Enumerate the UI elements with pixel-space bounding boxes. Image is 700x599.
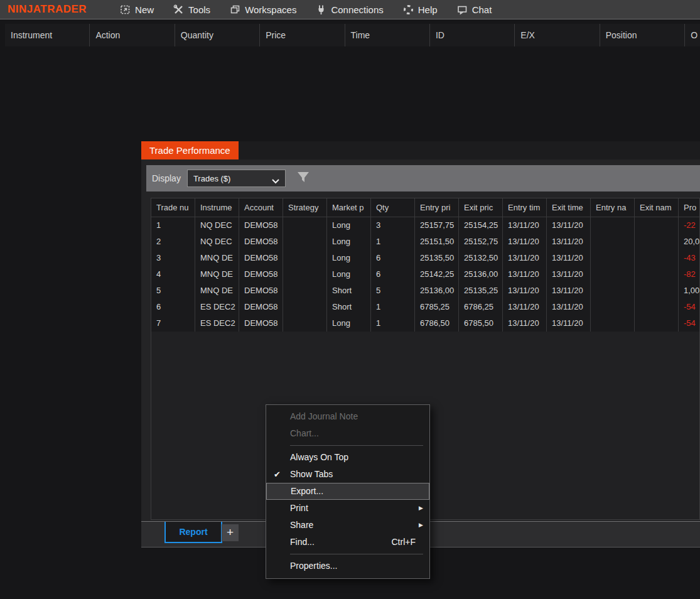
table-cell: 25154,25 <box>459 217 503 234</box>
menu-item-label: Tools <box>188 4 210 15</box>
table-cell <box>635 315 679 332</box>
display-select[interactable]: Trades ($) <box>187 170 286 187</box>
column-header[interactable]: Strategy <box>283 198 327 217</box>
menu-item-print[interactable]: Print ▶ <box>266 500 429 517</box>
table-cell: 13/11/20 <box>547 217 591 234</box>
trade-performance-toolbar: Display Trades ($) <box>146 165 700 192</box>
column-header[interactable]: Instrument <box>5 24 90 46</box>
table-cell <box>635 283 679 299</box>
table-cell <box>591 250 635 266</box>
table-cell: -82 <box>679 266 700 283</box>
menu-item-label: Print <box>290 503 308 513</box>
menu-item-show-tabs[interactable]: ✔ Show Tabs <box>266 466 429 483</box>
table-cell: -54 <box>679 315 700 332</box>
window-title-bar[interactable]: Trade Performance <box>141 141 700 159</box>
table-cell: ES DEC2 <box>195 315 239 332</box>
table-cell: 25136,00 <box>459 266 503 283</box>
table-cell: -22 <box>679 217 700 234</box>
shortcut-label: Ctrl+F <box>392 534 416 551</box>
context-menu: Add Journal Note Chart... Always On Top … <box>266 404 430 579</box>
column-header[interactable]: Exit time <box>547 198 591 217</box>
column-header[interactable]: Qty <box>371 198 415 217</box>
funnel-icon[interactable] <box>297 172 310 185</box>
menu-item-properties[interactable]: Properties... <box>266 558 429 575</box>
column-header[interactable]: Account <box>239 198 283 217</box>
menu-item-chat[interactable]: Chat <box>457 4 492 15</box>
table-cell: 6 <box>371 266 415 283</box>
table-cell <box>591 299 635 315</box>
table-cell: DEMO58 <box>239 315 283 332</box>
table-cell: -54 <box>679 299 700 315</box>
table-cell: 6 <box>371 250 415 266</box>
table-cell: 1 <box>371 315 415 332</box>
column-header[interactable]: Trade nu <box>151 198 195 217</box>
grid-header-row: Trade nuInstrumeAccountStrategyMarket pQ… <box>151 198 699 217</box>
menu-item-always-on-top[interactable]: Always On Top <box>266 449 429 466</box>
column-header[interactable]: Pro <box>679 198 700 217</box>
table-cell: Long <box>327 217 371 234</box>
table-cell: NQ DEC <box>195 234 239 250</box>
tab-report[interactable]: Report <box>164 522 222 543</box>
table-row[interactable]: 7ES DEC2DEMO58Long16786,506785,5013/11/2… <box>151 315 699 332</box>
table-row[interactable]: 1NQ DECDEMO58Long325157,7525154,2513/11/… <box>151 217 699 234</box>
display-label: Display <box>152 173 181 183</box>
table-row[interactable]: 6ES DEC2DEMO58Short16785,256786,2513/11/… <box>151 299 699 315</box>
table-cell: 6785,25 <box>415 299 459 315</box>
column-header[interactable]: Exit nam <box>635 198 679 217</box>
table-cell: 3 <box>151 250 195 266</box>
menu-item-workspaces[interactable]: Workspaces <box>230 4 296 15</box>
table-cell: 6 <box>151 299 195 315</box>
grid-header-row: InstrumentActionQuantityPriceTimeIDE/XPo… <box>5 24 700 46</box>
table-cell: MNQ DE <box>195 266 239 283</box>
menu-item-export[interactable]: Export... <box>266 483 429 500</box>
column-header[interactable]: E/X <box>515 24 600 46</box>
column-header[interactable]: Action <box>90 24 175 46</box>
table-cell <box>283 299 327 315</box>
table-row[interactable]: 5MNQ DEDEMO58Short525136,0025135,2513/11… <box>151 283 699 299</box>
column-header[interactable]: Exit pric <box>459 198 503 217</box>
column-header[interactable]: Position <box>600 24 685 46</box>
table-row[interactable]: 3MNQ DEDEMO58Long625135,5025132,5013/11/… <box>151 250 699 266</box>
table-cell: 25135,50 <box>415 250 459 266</box>
table-cell: 25136,00 <box>415 283 459 299</box>
connections-icon <box>316 4 326 15</box>
chevron-down-icon <box>272 176 279 186</box>
add-tab-button[interactable]: + <box>222 524 239 541</box>
table-cell: 13/11/20 <box>547 299 591 315</box>
table-cell: 1,00 <box>679 283 700 299</box>
menu-item-new[interactable]: New <box>120 4 154 15</box>
table-row[interactable]: 2NQ DECDEMO58Long125151,5025152,7513/11/… <box>151 234 699 250</box>
table-cell: 1 <box>151 217 195 234</box>
column-header[interactable]: Entry tim <box>503 198 547 217</box>
table-cell <box>635 266 679 283</box>
workspaces-icon <box>230 4 240 15</box>
column-header[interactable]: Time <box>345 24 430 46</box>
menu-item-find[interactable]: Find... Ctrl+F <box>266 534 429 551</box>
column-header[interactable]: O <box>685 24 700 46</box>
menu-item-chart: Chart... <box>266 425 429 442</box>
column-header[interactable]: ID <box>430 24 515 46</box>
table-cell: 25157,75 <box>415 217 459 234</box>
tools-icon <box>173 4 184 15</box>
table-cell: 13/11/20 <box>503 217 547 234</box>
menu-item-tools[interactable]: Tools <box>173 4 210 15</box>
column-header[interactable]: Entry pri <box>415 198 459 217</box>
menu-item-label: Find... <box>290 537 315 547</box>
column-header[interactable]: Market p <box>327 198 371 217</box>
window-title[interactable]: Trade Performance <box>141 141 239 159</box>
table-cell: 13/11/20 <box>503 315 547 332</box>
table-cell: Long <box>327 250 371 266</box>
table-cell: 5 <box>371 283 415 299</box>
menu-item-share[interactable]: Share ▶ <box>266 517 429 534</box>
table-cell: Long <box>327 315 371 332</box>
table-cell: 6785,50 <box>459 315 503 332</box>
menu-item-help[interactable]: Help <box>403 4 438 15</box>
column-header[interactable]: Entry na <box>591 198 635 217</box>
column-header[interactable]: Instrume <box>195 198 239 217</box>
table-cell: DEMO58 <box>239 217 283 234</box>
column-header[interactable]: Price <box>260 24 345 46</box>
table-row[interactable]: 4MNQ DEDEMO58Long625142,2525136,0013/11/… <box>151 266 699 283</box>
menu-item-connections[interactable]: Connections <box>316 4 383 15</box>
table-cell: -43 <box>679 250 700 266</box>
column-header[interactable]: Quantity <box>175 24 260 46</box>
